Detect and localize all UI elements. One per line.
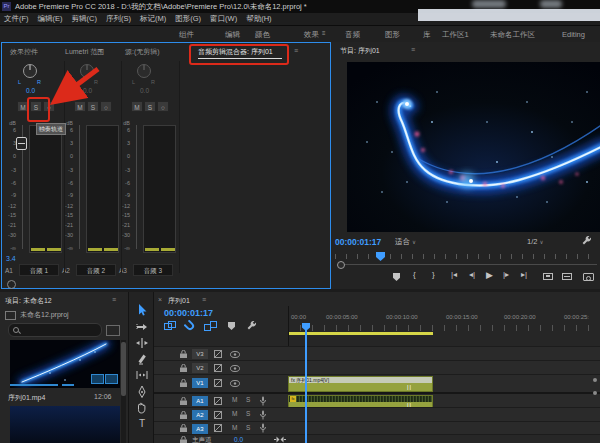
- workspace-menu-icon[interactable]: ≡: [322, 30, 326, 36]
- track-select-forward-tool[interactable]: [136, 321, 148, 333]
- track-mute-button[interactable]: M: [232, 396, 237, 403]
- go-to-out-button[interactable]: ▸|: [521, 270, 527, 279]
- mark-out-button[interactable]: }: [432, 270, 435, 279]
- track-label-targeted[interactable]: A2: [192, 410, 208, 420]
- timeline-playhead-line[interactable]: [305, 329, 307, 443]
- workspace-tab-edit[interactable]: 编辑: [225, 30, 240, 40]
- sync-lock-icon[interactable]: [214, 350, 222, 358]
- scrubber-knob[interactable]: [337, 261, 345, 269]
- play-button[interactable]: ▶: [486, 270, 493, 280]
- sync-lock-icon[interactable]: [214, 411, 222, 419]
- scroll-dot[interactable]: [593, 391, 597, 395]
- track-solo-button[interactable]: S: [246, 410, 250, 417]
- workspace-tab-color[interactable]: 颜色: [255, 30, 270, 40]
- slip-tool[interactable]: [136, 369, 148, 381]
- track-name[interactable]: 音频 3: [133, 264, 173, 276]
- add-marker-icon[interactable]: [228, 322, 235, 330]
- workspace-tab-effects-active[interactable]: 效果: [304, 30, 319, 40]
- track-solo-button[interactable]: S: [246, 424, 250, 431]
- lock-icon[interactable]: [180, 411, 187, 419]
- track-mute-button[interactable]: M: [232, 424, 237, 431]
- lock-icon[interactable]: [180, 350, 187, 358]
- clip-name[interactable]: 序列01.mp4: [8, 393, 45, 403]
- automation-circle-icon[interactable]: [7, 280, 16, 289]
- mark-in-button[interactable]: {: [413, 270, 416, 279]
- workspace-tab-workspace1[interactable]: 工作区1: [442, 30, 469, 40]
- toggle-track-output-eye-icon[interactable]: [230, 365, 240, 372]
- clip-thumbnail[interactable]: [10, 340, 120, 388]
- type-tool[interactable]: T: [136, 418, 148, 430]
- voiceover-mic-icon[interactable]: [260, 396, 266, 406]
- timeline-ruler-ticks[interactable]: [288, 325, 600, 331]
- lock-icon[interactable]: [180, 436, 187, 443]
- timeline-video-clip[interactable]: fx 序列01.mp4[V] ||: [288, 376, 433, 392]
- menu-item-marker[interactable]: 标记(M): [140, 14, 166, 24]
- step-back-button[interactable]: ◂|: [469, 270, 475, 279]
- selection-tool[interactable]: [136, 304, 148, 316]
- toggle-track-output-eye-icon[interactable]: [230, 380, 240, 387]
- menu-item-clip[interactable]: 剪辑(C): [72, 14, 97, 24]
- tab-project[interactable]: 项目: 未命名12: [5, 296, 52, 306]
- hand-tool[interactable]: [136, 402, 148, 414]
- track-label-targeted[interactable]: A1: [192, 396, 208, 406]
- toggle-track-output-eye-icon[interactable]: [230, 351, 240, 358]
- track-name[interactable]: 音频 2: [76, 264, 116, 276]
- panel-menu-icon[interactable]: ≡: [411, 46, 415, 53]
- settings-wrench-icon[interactable]: [581, 236, 592, 247]
- menu-item-sequence[interactable]: 序列(S): [106, 14, 131, 24]
- scrollbar-thumb[interactable]: [121, 342, 126, 396]
- zoom-level-select[interactable]: 适合 ∨: [395, 237, 416, 247]
- program-timecode[interactable]: 00:00:01:17: [335, 237, 381, 247]
- menu-item-window[interactable]: 窗口(W): [210, 14, 237, 24]
- menu-item-help[interactable]: 帮助(H): [246, 14, 271, 24]
- search-input[interactable]: [8, 323, 102, 337]
- work-area-bar[interactable]: [288, 332, 433, 335]
- track-label-targeted[interactable]: A3: [192, 424, 208, 434]
- panel-menu-icon[interactable]: ≡: [112, 296, 116, 303]
- export-frame-button[interactable]: [583, 273, 594, 281]
- close-icon[interactable]: ×: [158, 296, 162, 303]
- workspace-tab-assembly[interactable]: 组件: [179, 30, 194, 40]
- menu-item-edit[interactable]: 编辑(E): [38, 14, 63, 24]
- pen-tool[interactable]: [136, 386, 148, 398]
- nest-sequence-icon[interactable]: [164, 321, 176, 332]
- program-playhead[interactable]: [376, 252, 385, 261]
- master-volume-value[interactable]: 0.0: [234, 436, 243, 443]
- lock-icon[interactable]: [180, 379, 187, 387]
- voiceover-mic-icon[interactable]: [260, 410, 266, 420]
- workspace-tab-library[interactable]: 库: [423, 30, 431, 40]
- track-label[interactable]: V3: [192, 349, 208, 359]
- go-to-in-button[interactable]: |◂: [451, 270, 457, 279]
- sync-lock-icon[interactable]: [214, 424, 222, 432]
- tab-program-monitor[interactable]: 节目: 序列01: [340, 46, 380, 56]
- lift-button[interactable]: [543, 273, 553, 280]
- lock-icon[interactable]: [180, 424, 187, 432]
- add-marker-button[interactable]: [393, 273, 400, 281]
- sync-lock-icon[interactable]: [214, 397, 222, 405]
- menu-item-graphics[interactable]: 图形(G): [175, 14, 201, 24]
- menu-item-file[interactable]: 文件(F): [4, 14, 29, 24]
- extract-button[interactable]: [562, 273, 572, 280]
- track-solo-button[interactable]: S: [246, 396, 250, 403]
- timeline-settings-wrench-icon[interactable]: [246, 321, 257, 332]
- track-mute-button[interactable]: M: [232, 410, 237, 417]
- snap-magnet-icon[interactable]: [184, 320, 196, 332]
- workspace-tab-editing[interactable]: Editing: [562, 30, 585, 39]
- fit-horizontal-icon[interactable]: [274, 436, 286, 443]
- voiceover-mic-icon[interactable]: [260, 423, 266, 433]
- timeline-timecode[interactable]: 00:00:01:17: [164, 308, 213, 318]
- scroll-dot[interactable]: [593, 378, 597, 382]
- playback-resolution-select[interactable]: 1/2 ∨: [527, 237, 544, 246]
- razor-tool[interactable]: [136, 353, 148, 365]
- new-bin-icon[interactable]: [106, 325, 120, 336]
- track-label-targeted[interactable]: V1: [192, 378, 208, 388]
- sequence-thumbnail[interactable]: [10, 406, 120, 443]
- tab-lumetri-scopes[interactable]: Lumetri 范围: [65, 47, 104, 57]
- panel-menu-icon[interactable]: ≡: [202, 296, 206, 303]
- program-scrubber-ticks[interactable]: [335, 254, 597, 259]
- step-forward-button[interactable]: |▸: [503, 270, 509, 279]
- tab-sequence[interactable]: 序列01: [168, 296, 190, 306]
- project-breadcrumb[interactable]: 未命名12.prproj: [20, 310, 69, 320]
- panel-menu-icon[interactable]: ≡: [294, 47, 298, 54]
- linked-selection-icon[interactable]: [204, 321, 217, 332]
